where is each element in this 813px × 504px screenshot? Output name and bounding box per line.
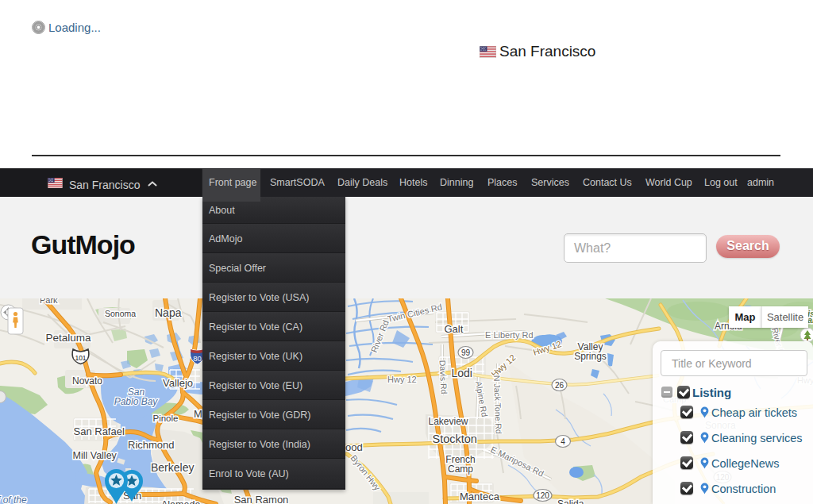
svg-text:Springs: Springs xyxy=(574,351,607,362)
svg-text:Napa: Napa xyxy=(155,306,182,319)
svg-text:ood: ood xyxy=(345,441,363,453)
svg-text:Richmond: Richmond xyxy=(128,439,175,451)
svg-text:Vallejo: Vallejo xyxy=(163,377,193,389)
svg-text:f of the: f of the xyxy=(0,494,27,504)
svg-text:San Rafael: San Rafael xyxy=(74,425,125,437)
svg-text:101: 101 xyxy=(75,354,86,362)
svg-text:Mill Valley: Mill Valley xyxy=(73,450,118,461)
svg-text:Sonoma: Sonoma xyxy=(105,309,136,318)
svg-text:Berkeley: Berkeley xyxy=(151,461,194,474)
svg-text:Hwy 12: Hwy 12 xyxy=(387,375,417,384)
svg-text:Stockton: Stockton xyxy=(433,433,477,445)
svg-text:80: 80 xyxy=(193,354,202,363)
svg-text:Pablo Bay: Pablo Bay xyxy=(114,396,159,407)
svg-text:Camp: Camp xyxy=(448,464,473,475)
svg-text:Salida: Salida xyxy=(557,498,584,504)
svg-text:Davis Rd: Davis Rd xyxy=(438,360,449,394)
svg-text:Pinole: Pinole xyxy=(153,414,179,423)
svg-text:San Ramon: San Ramon xyxy=(234,494,289,504)
svg-text:Lodi: Lodi xyxy=(452,367,472,379)
svg-text:Lakeview: Lakeview xyxy=(429,416,468,427)
svg-text:Manteca: Manteca xyxy=(460,491,500,502)
svg-text:26: 26 xyxy=(555,381,564,390)
svg-text:Galt: Galt xyxy=(445,323,464,335)
svg-text:E Liberty Rd: E Liberty Rd xyxy=(485,330,534,340)
svg-text:M: M xyxy=(194,408,202,420)
svg-text:Petaluma: Petaluma xyxy=(46,332,92,344)
svg-text:120: 120 xyxy=(536,491,549,500)
svg-text:99: 99 xyxy=(461,348,471,357)
svg-text:Novato: Novato xyxy=(72,375,102,387)
svg-text:4: 4 xyxy=(561,437,565,446)
svg-text:al: al xyxy=(807,315,813,325)
svg-text:Alameda: Alameda xyxy=(161,499,200,504)
svg-text:Park: Park xyxy=(40,298,58,305)
